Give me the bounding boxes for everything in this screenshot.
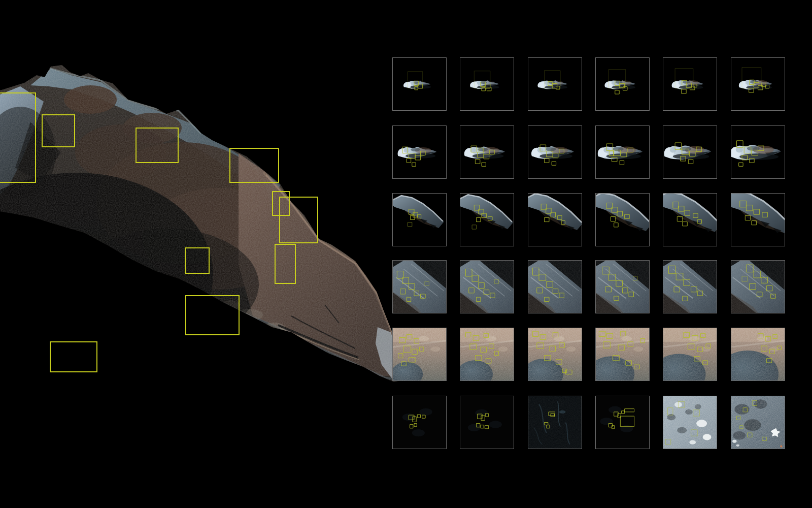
annotation-box (185, 247, 210, 274)
annotation-box (279, 197, 318, 243)
thumbnail-image (460, 396, 514, 449)
thumbnail-cell-r2c4 (595, 125, 650, 179)
thumbnail-image (731, 194, 785, 246)
thumbnail-image (393, 396, 446, 449)
thumbnail-image (596, 261, 649, 313)
thumbnail-cell-r6c3 (528, 396, 582, 449)
thumbnail-image (663, 194, 717, 246)
detection-box (615, 90, 619, 94)
thumbnail-cell-r1c1 (392, 57, 447, 111)
thumbnail-image (393, 328, 446, 380)
thumbnail-image (663, 126, 717, 178)
thumbnail-cell-r4c5 (663, 260, 717, 313)
thumbnail-image (460, 328, 514, 380)
detection-box (545, 158, 549, 163)
thumbnail-image (528, 328, 582, 380)
detection-box (477, 217, 481, 221)
detection-box (472, 225, 476, 229)
thumbnail-cell-r6c1 (392, 396, 447, 449)
thumbnail-image (663, 396, 717, 449)
thumbnail-image (460, 126, 514, 178)
detection-visualization-canvas (0, 0, 812, 508)
thumbnail-cell-r4c3 (528, 260, 582, 313)
annotation-box (229, 148, 279, 183)
thumbnail-image (596, 126, 649, 178)
thumbnail-image (460, 194, 514, 246)
thumbnail-cell-r4c6 (731, 260, 785, 313)
annotation-box (42, 114, 75, 147)
thumbnail-image (663, 261, 717, 313)
thumbnail-cell-r2c2 (460, 125, 514, 179)
thumbnail-image (663, 58, 717, 110)
thumbnail-cell-r3c2 (460, 193, 514, 246)
detection-box (739, 163, 743, 166)
thumbnail-cell-r1c3 (528, 57, 582, 111)
detection-box (412, 163, 416, 166)
thumbnail-cell-r3c3 (528, 193, 582, 246)
thumbnail-cell-r3c4 (595, 193, 650, 246)
detection-box (408, 223, 412, 227)
annotation-box (50, 341, 97, 372)
detection-box (620, 161, 624, 165)
thumbnail-cell-r5c5 (663, 328, 717, 381)
thumbnail-image (528, 194, 582, 246)
annotation-box (136, 128, 179, 163)
thumbnail-image (731, 328, 785, 380)
annotation-box (275, 244, 296, 284)
detection-box (475, 160, 480, 164)
thumbnail-cell-r6c4 (595, 396, 650, 449)
thumbnail-image (393, 126, 446, 178)
thumbnail-image (731, 396, 785, 449)
detection-box (482, 163, 486, 166)
thumbnail-image (393, 194, 446, 246)
thumbnail-image (528, 58, 582, 110)
thumbnail-cell-r2c5 (663, 125, 717, 179)
thumbnail-image (528, 126, 582, 178)
thumbnail-cell-r1c6 (731, 57, 785, 111)
thumbnail-cell-r1c4 (595, 57, 650, 111)
detection-box (614, 223, 618, 227)
thumbnail-cell-r3c6 (731, 193, 785, 246)
thumbnail-cell-r4c2 (460, 260, 514, 313)
thumbnail-image (393, 58, 446, 110)
thumbnail-image (528, 261, 582, 313)
thumbnail-image (596, 328, 649, 380)
thumbnail-cell-r2c6 (731, 125, 785, 179)
thumbnail-image (596, 194, 649, 246)
thumbnail-image (528, 396, 582, 449)
thumbnail-cell-r5c6 (731, 328, 785, 381)
detection-box (688, 160, 693, 164)
detection-box (683, 222, 687, 226)
thumbnail-cell-r2c3 (528, 125, 582, 179)
thumbnail-image (393, 261, 446, 313)
detection-box (407, 158, 411, 163)
thumbnail-cell-r1c5 (663, 57, 717, 111)
thumbnail-cell-r6c5 (663, 396, 717, 449)
thumbnail-cell-r4c1 (392, 260, 447, 313)
thumbnail-cell-r6c6 (731, 396, 785, 449)
thumbnail-cell-r5c1 (392, 328, 447, 381)
thumbnail-image (460, 261, 514, 313)
annotation-box (0, 92, 36, 183)
detection-box (552, 162, 556, 165)
detection-box (682, 89, 686, 93)
thumbnail-cell-r5c2 (460, 328, 514, 381)
thumbnail-cell-r5c4 (595, 328, 650, 381)
thumbnail-cell-r3c5 (663, 193, 717, 246)
thumbnail-image (460, 58, 514, 110)
thumbnail-image (731, 126, 785, 178)
thumbnail-image (596, 58, 649, 110)
thumbnail-cell-r3c1 (392, 193, 447, 246)
thumbnail-cell-r2c1 (392, 125, 447, 179)
annotation-box (185, 295, 240, 335)
thumbnail-image (731, 58, 785, 110)
thumbnail-image (731, 261, 785, 313)
thumbnail-cell-r1c2 (460, 57, 514, 111)
thumbnail-cell-r4c4 (595, 260, 650, 313)
thumbnail-image (596, 396, 649, 449)
thumbnail-cell-r5c3 (528, 328, 582, 381)
thumbnail-cell-r6c2 (460, 396, 514, 449)
thumbnail-image (663, 328, 717, 380)
